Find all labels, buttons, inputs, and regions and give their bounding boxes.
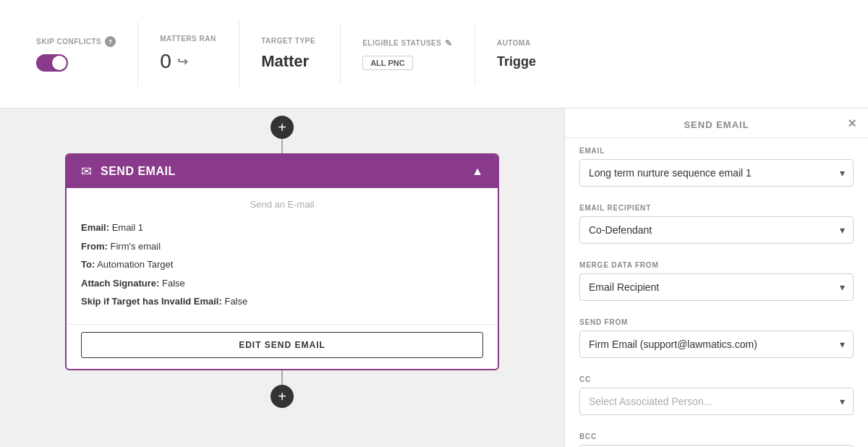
connector-line-top (281, 139, 283, 153)
eligible-statuses-label: ELIGIBLE STATUSES ✎ (362, 38, 453, 48)
add-step-top-button[interactable]: + (271, 116, 294, 139)
matters-ran-section: MATTERS RAN 0 ↪ (138, 20, 239, 88)
cc-section: CC Select Associated Person... ▾ (565, 367, 868, 424)
send-email-card: ✉ SEND EMAIL ▲ Send an E-mail Email: Ema… (65, 153, 499, 370)
automation-section: AUTOMA Trigge (475, 25, 576, 84)
card-footer: EDIT SEND EMAIL (67, 324, 498, 369)
email-envelope-icon: ✉ (81, 163, 92, 179)
cc-select-wrapper: Select Associated Person... ▾ (579, 388, 854, 415)
email-field-label: EMAIL (579, 147, 854, 155)
toggle-knob (52, 56, 67, 70)
email-section: EMAIL Long term nurture sequence email 1… (565, 138, 868, 195)
attach-sig-detail: Attach Signature: False (81, 276, 483, 291)
email-select-wrapper: Long term nurture sequence email 1 ▾ (579, 159, 854, 187)
email-detail: Email: Email 1 (81, 221, 483, 235)
right-panel-header: SEND EMAIL × (565, 108, 868, 138)
matters-ran-label: MATTERS RAN (160, 35, 217, 43)
target-type-value: Matter (261, 52, 318, 71)
eligible-statuses-section: ELIGIBLE STATUSES ✎ ALL PNC (341, 24, 475, 85)
right-panel: SEND EMAIL × EMAIL Long term nurture seq… (564, 108, 868, 447)
send-from-select[interactable]: Firm Email (support@lawmatics.com) (579, 331, 854, 358)
send-from-label: SEND FROM (579, 318, 854, 326)
eligible-statuses-edit-icon[interactable]: ✎ (445, 38, 453, 48)
bcc-section: BCC Select Associated Person... ▾ (565, 424, 868, 447)
automation-value: Trigge (497, 54, 555, 69)
merge-data-section: MERGE DATA FROM Email Recipient ▾ (565, 252, 868, 310)
from-detail: From: Firm's email (81, 239, 483, 254)
add-step-bottom-button[interactable]: + (271, 385, 294, 408)
merge-data-select[interactable]: Email Recipient (579, 273, 854, 301)
email-recipient-section: EMAIL RECIPIENT Co-Defendant ▾ (565, 195, 868, 252)
card-header-left: ✉ SEND EMAIL (81, 163, 176, 179)
card-header: ✉ SEND EMAIL ▲ (67, 155, 498, 188)
close-button[interactable]: × (848, 116, 857, 130)
top-bar: SKIP CONFLICTS ? MATTERS RAN 0 ↪ TARGET … (0, 0, 868, 108)
skip-conflicts-help-icon[interactable]: ? (105, 36, 116, 47)
skip-invalid-detail: Skip if Target has Invalid Email: False (81, 294, 483, 309)
matters-ran-value: 0 ↪ (160, 50, 217, 73)
target-type-label: TARGET TYPE (261, 37, 318, 45)
skip-conflicts-section: SKIP CONFLICTS ? (14, 22, 138, 86)
merge-data-select-wrapper: Email Recipient ▾ (579, 273, 854, 301)
eligible-statuses-badge: ALL PNC (362, 56, 412, 70)
edit-send-email-button[interactable]: EDIT SEND EMAIL (81, 332, 483, 358)
target-type-section: TARGET TYPE Matter (239, 22, 341, 85)
card-body: Send an E-mail Email: Email 1 From: Firm… (67, 188, 498, 324)
cc-label: CC (579, 375, 854, 383)
main-content: + ✉ SEND EMAIL ▲ Send an E-mail Email: E… (0, 108, 868, 447)
email-select[interactable]: Long term nurture sequence email 1 (579, 159, 854, 187)
automation-label: AUTOMA (497, 39, 555, 47)
merge-data-label: MERGE DATA FROM (579, 261, 854, 269)
workflow-panel: + ✉ SEND EMAIL ▲ Send an E-mail Email: E… (0, 108, 564, 447)
matters-ran-arrow-icon: ↪ (177, 54, 188, 69)
card-subtitle: Send an E-mail (81, 199, 483, 210)
email-recipient-select[interactable]: Co-Defendant (579, 216, 854, 244)
bcc-label: BCC (579, 433, 854, 440)
cc-select[interactable]: Select Associated Person... (579, 388, 854, 415)
send-from-select-wrapper: Firm Email (support@lawmatics.com) ▾ (579, 331, 854, 358)
email-recipient-select-wrapper: Co-Defendant ▾ (579, 216, 854, 244)
card-header-title: SEND EMAIL (101, 165, 176, 178)
skip-conflicts-toggle[interactable] (36, 54, 68, 72)
connector-line-bottom (281, 370, 283, 385)
send-from-section: SEND FROM Firm Email (support@lawmatics.… (565, 310, 868, 367)
email-recipient-label: EMAIL RECIPIENT (579, 204, 854, 212)
card-collapse-icon[interactable]: ▲ (472, 165, 483, 178)
skip-conflicts-label: SKIP CONFLICTS ? (36, 36, 116, 47)
to-detail: To: Automation Target (81, 257, 483, 272)
